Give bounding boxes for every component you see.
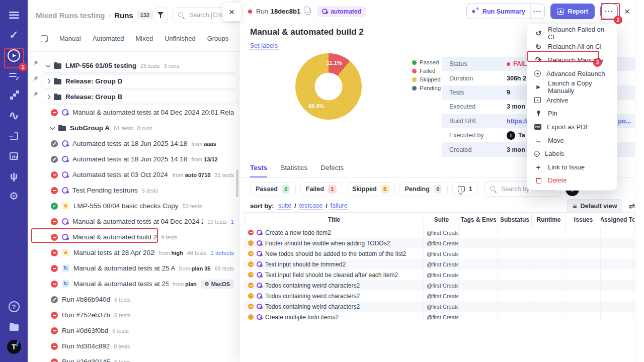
- menu-item-launch-a-copy-manually[interactable]: Launch a Copy Manually: [527, 80, 617, 94]
- report-button[interactable]: Report: [550, 4, 595, 19]
- menu-icon[interactable]: [4, 5, 24, 25]
- help-icon[interactable]: [4, 297, 24, 317]
- default-view-button[interactable]: Default view: [567, 199, 622, 213]
- run-list-item[interactable]: Run #0d63f0bd 6 tests ⚙: [32, 323, 238, 338]
- test-row[interactable]: Todos containing weird characters2 @firs…: [244, 301, 635, 312]
- projects-icon[interactable]: [4, 317, 24, 337]
- status-filter-chip[interactable]: Failed 1: [300, 182, 342, 196]
- copy-icon[interactable]: [305, 8, 311, 15]
- milestones-icon[interactable]: [4, 85, 24, 106]
- run-list-item[interactable]: Manual & automated build 2 9 tests ⚙: [32, 229, 238, 245]
- menu-item-delete[interactable]: Delete: [527, 174, 617, 188]
- run-defects-link[interactable]: 1: [231, 219, 234, 225]
- run-list-item[interactable]: Automated tests at 18 Jun 2025 14:18 fro…: [32, 136, 238, 151]
- run-list-item[interactable]: Release: Group B ⚙: [32, 89, 238, 105]
- link-tail[interactable]: po...: [618, 118, 631, 125]
- run-summary-button[interactable]: Run Summary: [466, 4, 545, 19]
- menu-item-relaunch-manually[interactable]: Relaunch Manually: [527, 53, 617, 67]
- menu-item-pin[interactable]: Pin: [527, 107, 617, 121]
- run-type-icon: [62, 218, 68, 225]
- status-filter-chip[interactable]: Pending 0: [399, 182, 448, 196]
- column-header[interactable]: Title: [245, 213, 424, 227]
- select-all-icon[interactable]: [41, 35, 48, 42]
- run-list-item[interactable]: Run #752eb37b 6 tests ⚙: [32, 307, 238, 323]
- run-list-item[interactable]: Automated tests at 18 Jun 2025 14:18 fro…: [32, 151, 238, 167]
- run-list-item[interactable]: Manual & automated tests at 25 Apr 2025 …: [32, 260, 238, 276]
- test-plans-icon[interactable]: [4, 65, 24, 85]
- menu-item-move[interactable]: Move: [527, 134, 617, 147]
- run-list-item[interactable]: Run #26d30145 5 tests ⚙: [32, 354, 238, 362]
- column-header[interactable]: Suite: [424, 213, 459, 227]
- more-actions-button[interactable]: [600, 4, 618, 19]
- sort-suite-link[interactable]: suite: [278, 202, 291, 210]
- close-icon[interactable]: [222, 3, 241, 21]
- menu-item-relaunch-all-on-ci[interactable]: Relaunch All on CI: [527, 40, 617, 54]
- run-list-item[interactable]: SubGroup A 61 tests 8 runs ⚙: [32, 120, 238, 136]
- close-detail-icon[interactable]: [624, 6, 630, 17]
- column-header[interactable]: Substatus: [498, 213, 532, 227]
- test-row[interactable]: Todos containing weird characters2 @firs…: [244, 291, 635, 301]
- runs-filter-tab[interactable]: Automated: [93, 35, 124, 42]
- menu-item-labels[interactable]: Labels: [527, 147, 617, 160]
- run-list-item[interactable]: Run #d304c892 8 tests ⚙: [32, 338, 238, 354]
- chevron-icon[interactable]: [46, 62, 51, 67]
- test-row[interactable]: Footer should be visible when adding TOD…: [244, 238, 635, 248]
- detail-tab[interactable]: Defects: [320, 164, 344, 177]
- import-icon[interactable]: [4, 126, 24, 146]
- comments-filter-chip[interactable]: 1: [452, 182, 478, 196]
- runs-filter-tab[interactable]: Manual: [59, 35, 81, 42]
- set-labels-link[interactable]: Set labels: [250, 42, 278, 50]
- column-header[interactable]: Issues: [566, 213, 601, 227]
- menu-item-archive[interactable]: Archive: [527, 94, 617, 107]
- pulse-icon[interactable]: [4, 106, 24, 126]
- profile-avatar[interactable]: T: [4, 337, 24, 357]
- run-summary-more-button[interactable]: [530, 4, 544, 19]
- column-header[interactable]: Assigned To: [601, 213, 634, 227]
- runs-filter-tab[interactable]: Unfinished: [165, 35, 195, 42]
- run-list-item[interactable]: LMP-555 08/04 basic checks Copy 53 tests…: [32, 198, 238, 214]
- tasks-icon[interactable]: [4, 25, 24, 45]
- detail-tab[interactable]: Statistics: [280, 164, 307, 177]
- breadcrumb-project[interactable]: Mixed Runs testing: [36, 11, 105, 20]
- column-header[interactable]: Tags & Envs: [459, 213, 498, 227]
- chevron-icon[interactable]: [50, 125, 55, 130]
- run-list-item[interactable]: Manual & automated tests at 25 Apr 2025 …: [32, 276, 238, 292]
- status-filter-chip[interactable]: Skipped 8: [347, 182, 395, 196]
- run-defects-link[interactable]: 1 defects: [210, 250, 234, 256]
- integrations-icon[interactable]: [4, 166, 24, 186]
- test-row[interactable]: Todos containing weird characters2 @firs…: [244, 280, 635, 291]
- runs-filter-tab[interactable]: Groups: [207, 35, 229, 42]
- menu-item-advanced-relaunch[interactable]: Advanced Relaunch: [527, 67, 617, 80]
- runs-icon[interactable]: [4, 45, 24, 65]
- menu-item-link-to-issue[interactable]: Link to Issue: [527, 160, 617, 174]
- scrollbar-thumb[interactable]: [236, 169, 238, 197]
- runs-filter-tab[interactable]: Mixed: [136, 35, 153, 42]
- test-row[interactable]: New todos should be added to the bottom …: [244, 248, 635, 259]
- detail-tab[interactable]: Tests: [250, 164, 267, 177]
- test-row[interactable]: Create a new todo item2 @first Create ..…: [244, 227, 635, 238]
- run-list-item[interactable]: Manual & automated tests at 04 Dec 2024 …: [32, 105, 238, 120]
- test-row[interactable]: Text input should be trimmed2 @first Cre…: [244, 259, 635, 269]
- column-header[interactable]: Runtime: [532, 213, 566, 227]
- chevron-icon[interactable]: [46, 95, 51, 100]
- test-row[interactable]: Create multiple todo items2 @first Creat…: [244, 312, 635, 322]
- run-list-item[interactable]: Test Pending testruns 5 tests ⚙: [32, 183, 238, 198]
- run-list-item[interactable]: Manual tests at 28 Apr 2025 16:50 fromhi…: [32, 245, 238, 260]
- chevron-icon[interactable]: [46, 79, 51, 84]
- run-from: fromhigh: [159, 250, 183, 256]
- settings-icon[interactable]: [4, 186, 24, 206]
- menu-item-export-as-pdf[interactable]: Export as PDF: [527, 120, 617, 134]
- menu-item-relaunch-failed-on-ci[interactable]: Relaunch Failed on CI: [527, 27, 617, 40]
- status-filter-chip[interactable]: Passed 0: [250, 182, 296, 196]
- view-settings-icon[interactable]: [628, 202, 635, 211]
- run-list-item[interactable]: Run #b86b940d 6 tests ⚙: [32, 292, 238, 307]
- sort-failure-link[interactable]: failure: [331, 202, 348, 210]
- test-row[interactable]: Text input field should be cleared after…: [244, 269, 635, 280]
- run-list-item[interactable]: Automated tests at 03 Oct 2024 20:25 fro…: [32, 167, 238, 183]
- sort-testcase-link[interactable]: testcase: [299, 202, 323, 210]
- analytics-icon[interactable]: [4, 146, 24, 166]
- run-list-item[interactable]: Manual & automated tests at 04 Dec 2024 …: [32, 214, 238, 229]
- run-list-item[interactable]: Release: Group D ⚙: [32, 73, 238, 89]
- filter-button[interactable]: [153, 8, 168, 23]
- run-list-item[interactable]: LMP-556 01/05 testing 25 tests 3 runs ⚙: [32, 58, 238, 73]
